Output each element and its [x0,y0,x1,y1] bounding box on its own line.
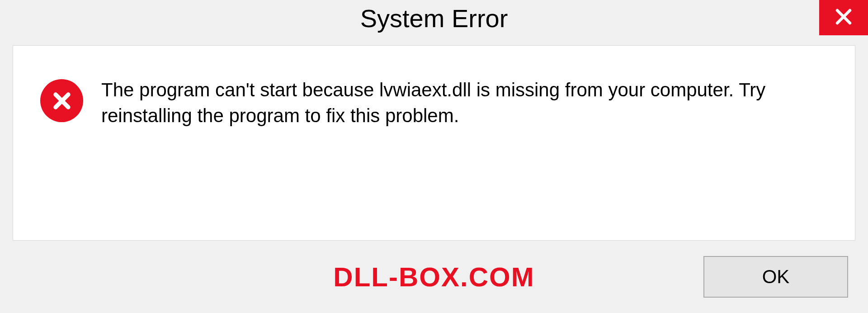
branding-text: DLL-BOX.COM [333,261,534,293]
titlebar: System Error [0,0,868,45]
error-message: The program can't start because lvwiaext… [101,77,825,128]
content-panel: The program can't start because lvwiaext… [13,45,855,241]
error-icon [40,79,83,122]
ok-button[interactable]: OK [703,256,848,298]
close-icon [833,6,854,29]
dialog-footer: DLL-BOX.COM OK [0,241,868,313]
dialog-title: System Error [360,4,508,33]
error-dialog: System Error The program can't start bec… [0,0,868,313]
close-button[interactable] [819,0,868,35]
